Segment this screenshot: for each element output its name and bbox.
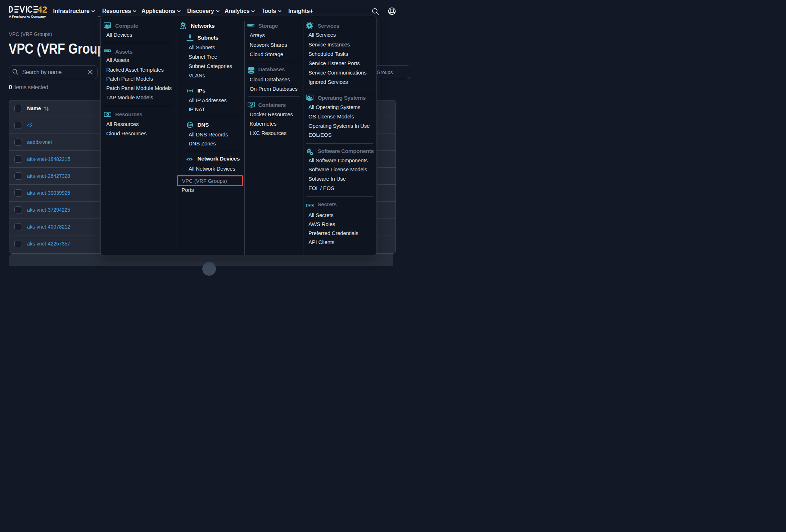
svg-text:DNS: DNS	[188, 124, 191, 126]
